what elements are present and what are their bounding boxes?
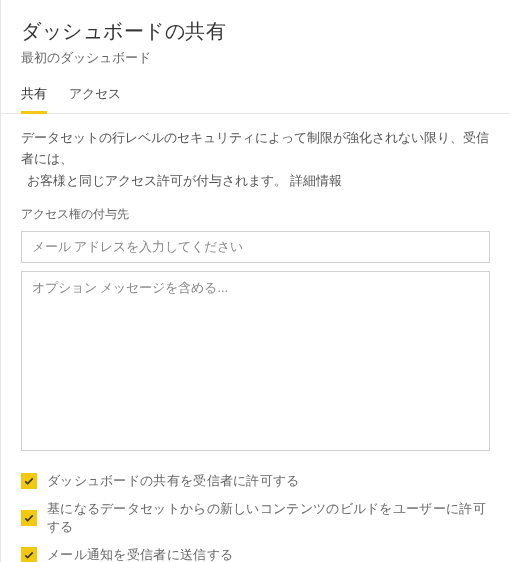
checkmark-icon [23,475,35,487]
learn-more-link[interactable]: 詳細情報 [290,174,342,188]
info-line2: お客様と同じアクセス許可が付与されます。 [27,174,287,188]
info-line1: データセットの行レベルのセキュリティによって制限が強化されない限り、受信者には、 [21,131,489,166]
tab-share[interactable]: 共有 [21,85,47,113]
recipients-label: アクセス権の付与先 [21,206,490,223]
option-allow-reshare-row: ダッシュボードの共有を受信者に許可する [21,467,490,495]
option-send-notification-row: メール通知を受信者に送信する [21,541,490,562]
share-options: ダッシュボードの共有を受信者に許可する 基になるデータセットからの新しいコンテン… [21,467,490,562]
send-notification-checkbox[interactable] [21,547,37,562]
security-info-text: データセットの行レベルのセキュリティによって制限が強化されない限り、受信者には、… [21,128,490,192]
checkmark-icon [23,549,35,561]
recipients-input[interactable] [21,231,490,263]
allow-reshare-checkbox[interactable] [21,473,37,489]
share-dashboard-panel: ダッシュボードの共有 最初のダッシュボード 共有 アクセス データセットの行レベ… [0,0,510,562]
optional-message-input[interactable] [21,271,490,451]
checkmark-icon [23,512,35,524]
panel-title: ダッシュボードの共有 [21,18,490,45]
panel-body: データセットの行レベルのセキュリティによって制限が強化されない限り、受信者には、… [1,114,510,562]
tab-bar: 共有 アクセス [1,75,510,114]
dashboard-name: 最初のダッシュボード [21,49,490,67]
allow-build-label: 基になるデータセットからの新しいコンテンツのビルドをユーザーに許可する [47,500,490,536]
allow-build-checkbox[interactable] [21,510,37,526]
allow-reshare-label: ダッシュボードの共有を受信者に許可する [47,472,300,490]
send-notification-label: メール通知を受信者に送信する [47,546,233,562]
panel-header: ダッシュボードの共有 最初のダッシュボード [1,0,510,75]
tab-access[interactable]: アクセス [69,85,121,113]
option-allow-build-row: 基になるデータセットからの新しいコンテンツのビルドをユーザーに許可する [21,495,490,541]
